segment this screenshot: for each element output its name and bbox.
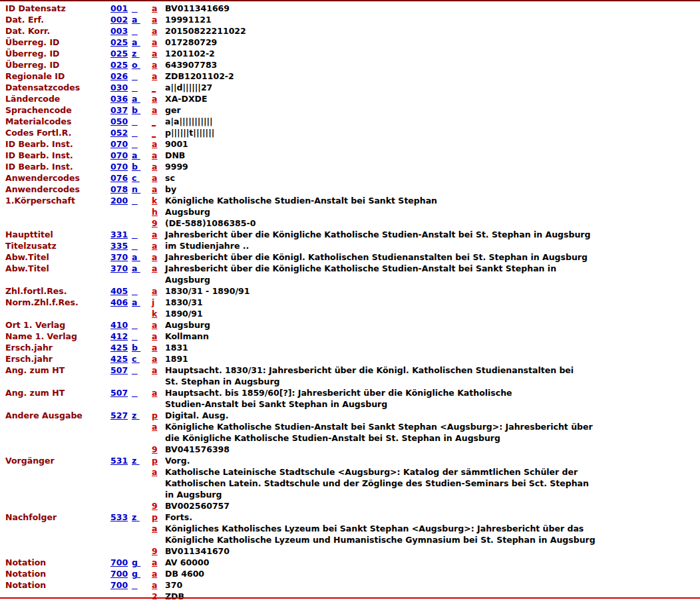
field-tag-link[interactable]: 507 — [110, 387, 132, 398]
field-indicator-link[interactable] — [132, 285, 152, 297]
field-tag-link[interactable]: 030 — [110, 82, 132, 93]
field-tag-link[interactable]: 026 — [110, 71, 132, 82]
subfield-code-link[interactable]: a — [152, 523, 165, 534]
subfield-code-link[interactable]: a — [152, 3, 165, 14]
subfield-code-link[interactable]: h — [152, 206, 165, 218]
field-indicator-link[interactable] — [132, 365, 152, 376]
subfield-code-link[interactable]: a — [152, 93, 165, 104]
field-tag-link[interactable]: 070 — [110, 138, 132, 150]
field-indicator-link[interactable]: g — [132, 568, 152, 579]
field-tag-link[interactable]: 700 — [110, 579, 132, 591]
field-indicator-link[interactable] — [132, 25, 152, 37]
field-tag-link[interactable]: 050 — [110, 116, 132, 127]
field-indicator-link[interactable]: c — [132, 353, 152, 365]
subfield-code-link[interactable]: a — [152, 25, 165, 37]
subfield-code-link[interactable]: a — [152, 240, 165, 251]
field-indicator-link[interactable]: b — [132, 161, 152, 172]
field-indicator-link[interactable]: a — [132, 251, 152, 263]
field-indicator-link[interactable]: o — [132, 59, 152, 71]
field-tag-link[interactable]: 001 — [110, 3, 132, 14]
field-indicator-link[interactable] — [132, 71, 152, 82]
subfield-code-link[interactable]: a — [152, 229, 165, 240]
field-indicator-link[interactable] — [132, 331, 152, 342]
subfield-code-link[interactable]: a — [152, 71, 165, 82]
field-tag-link[interactable]: 002 — [110, 14, 132, 25]
subfield-code-link[interactable]: a — [152, 579, 165, 591]
subfield-code-link[interactable]: a — [152, 568, 165, 579]
field-indicator-link[interactable]: a — [132, 263, 152, 274]
field-tag-link[interactable]: 425 — [110, 353, 132, 365]
subfield-code-link[interactable]: a — [152, 353, 165, 365]
subfield-code-link[interactable]: a — [152, 150, 165, 161]
subfield-code-link[interactable]: 9 — [152, 545, 165, 557]
field-indicator-link[interactable] — [132, 195, 152, 206]
field-indicator-link[interactable] — [132, 229, 152, 240]
subfield-code-link[interactable]: k — [152, 195, 165, 206]
field-tag-link[interactable]: 076 — [110, 172, 132, 184]
subfield-code-link[interactable]: a — [152, 466, 165, 478]
subfield-code-link[interactable]: a — [152, 172, 165, 184]
field-tag-link[interactable]: 037 — [110, 104, 132, 116]
subfield-code-link[interactable]: p — [152, 512, 165, 523]
field-indicator-link[interactable]: a — [132, 93, 152, 104]
subfield-code-link[interactable]: 9 — [152, 500, 165, 512]
field-indicator-link[interactable]: b — [132, 342, 152, 353]
field-indicator-link[interactable]: c — [132, 172, 152, 184]
subfield-code-link[interactable]: k — [152, 308, 165, 319]
subfield-code-link[interactable]: a — [152, 342, 165, 353]
field-tag-link[interactable]: 527 — [110, 410, 132, 421]
field-indicator-link[interactable]: n — [132, 184, 152, 195]
field-tag-link[interactable]: 335 — [110, 240, 132, 251]
subfield-code-link[interactable]: _ — [152, 82, 165, 93]
subfield-code-link[interactable]: a — [152, 161, 165, 172]
field-tag-link[interactable]: 700 — [110, 557, 132, 568]
field-tag-link[interactable]: 533 — [110, 512, 132, 523]
field-indicator-link[interactable] — [132, 240, 152, 251]
field-indicator-link[interactable]: b — [132, 104, 152, 116]
subfield-code-link[interactable]: a — [152, 59, 165, 71]
subfield-code-link[interactable]: a — [152, 319, 165, 331]
field-tag-link[interactable]: 070 — [110, 150, 132, 161]
field-indicator-link[interactable]: z — [132, 48, 152, 59]
subfield-code-link[interactable]: 9 — [152, 218, 165, 229]
field-tag-link[interactable]: 200 — [110, 195, 132, 206]
field-indicator-link[interactable]: z — [132, 455, 152, 466]
field-tag-link[interactable]: 531 — [110, 455, 132, 466]
subfield-code-link[interactable]: a — [152, 365, 165, 376]
field-indicator-link[interactable]: g — [132, 557, 152, 568]
field-tag-link[interactable]: 003 — [110, 25, 132, 37]
subfield-code-link[interactable]: a — [152, 138, 165, 150]
field-tag-link[interactable]: 370 — [110, 251, 132, 263]
subfield-code-link[interactable]: a — [152, 14, 165, 25]
subfield-code-link[interactable]: a — [152, 104, 165, 116]
subfield-code-link[interactable]: a — [152, 184, 165, 195]
field-tag-link[interactable]: 410 — [110, 319, 132, 331]
subfield-code-link[interactable]: _ — [152, 116, 165, 127]
field-indicator-link[interactable]: z — [132, 410, 152, 421]
field-tag-link[interactable]: 036 — [110, 93, 132, 104]
subfield-code-link[interactable]: 9 — [152, 444, 165, 455]
field-indicator-link[interactable]: a — [132, 297, 152, 308]
field-indicator-link[interactable] — [132, 387, 152, 398]
field-tag-link[interactable]: 425 — [110, 342, 132, 353]
field-tag-link[interactable]: 331 — [110, 229, 132, 240]
field-tag-link[interactable]: 052 — [110, 127, 132, 138]
subfield-code-link[interactable]: a — [152, 48, 165, 59]
field-tag-link[interactable]: 406 — [110, 297, 132, 308]
subfield-code-link[interactable]: j — [152, 297, 165, 308]
field-tag-link[interactable]: 507 — [110, 365, 132, 376]
field-indicator-link[interactable]: a — [132, 14, 152, 25]
field-indicator-link[interactable] — [132, 138, 152, 150]
subfield-code-link[interactable]: p — [152, 455, 165, 466]
subfield-code-link[interactable]: a — [152, 331, 165, 342]
field-tag-link[interactable]: 370 — [110, 263, 132, 274]
field-indicator-link[interactable] — [132, 319, 152, 331]
subfield-code-link[interactable]: a — [152, 263, 165, 274]
subfield-code-link[interactable]: a — [152, 251, 165, 263]
subfield-code-link[interactable]: a — [152, 421, 165, 432]
subfield-code-link[interactable]: a — [152, 37, 165, 48]
subfield-code-link[interactable]: p — [152, 410, 165, 421]
field-tag-link[interactable]: 405 — [110, 285, 132, 297]
field-tag-link[interactable]: 025 — [110, 59, 132, 71]
field-tag-link[interactable]: 700 — [110, 568, 132, 579]
